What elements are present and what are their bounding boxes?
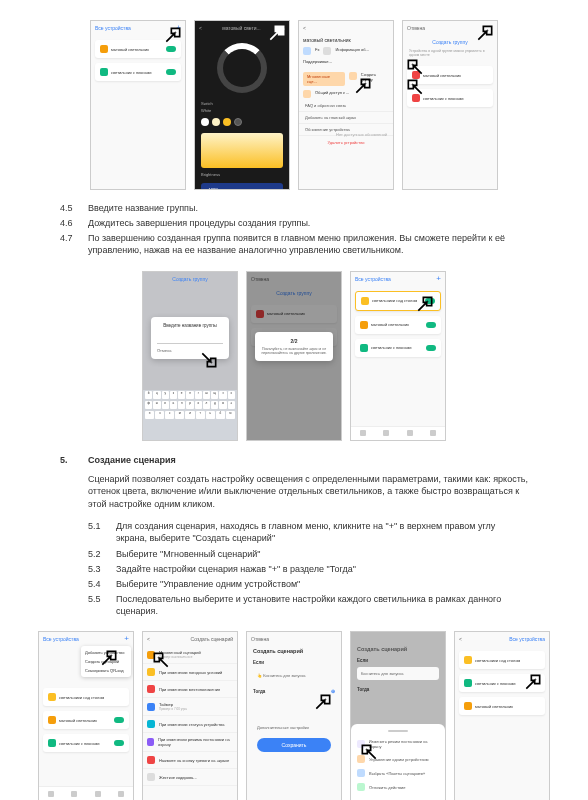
keyboard-key[interactable]: э	[228, 401, 235, 409]
menu-create-scenario[interactable]: Создать сценарий	[83, 657, 129, 666]
step-num: 5.1	[88, 520, 106, 544]
toggle-icon[interactable]	[166, 69, 176, 75]
remove-icon[interactable]	[412, 94, 420, 102]
scenario-panic[interactable]: Нажмите на кнопку тревоги на экране	[143, 752, 237, 769]
toggle-icon[interactable]	[425, 298, 435, 304]
plus-icon[interactable]: +	[124, 634, 129, 643]
color-add[interactable]	[234, 118, 242, 126]
keyboard-key[interactable]: п	[178, 401, 185, 409]
plus-icon[interactable]: +	[176, 23, 181, 32]
info-icon[interactable]	[323, 47, 331, 55]
color-dot[interactable]	[201, 118, 209, 126]
keyboard-key[interactable]: о	[195, 401, 202, 409]
keyboard-key[interactable]: ц	[153, 391, 160, 399]
keyboard-key[interactable]: я	[145, 411, 154, 419]
bottom-nav[interactable]	[351, 426, 445, 440]
toggle-icon[interactable]	[426, 322, 436, 328]
keyboard-key[interactable]: х	[228, 391, 235, 399]
keyboard-key[interactable]: ш	[203, 391, 210, 399]
faq-line[interactable]: FAQ и обратная связь	[299, 100, 393, 112]
instant-scene-tab[interactable]: Мгновенные сце...	[303, 72, 345, 86]
color-dot[interactable]	[212, 118, 220, 126]
scenario-status[interactable]: При изменении статуса устройства	[143, 716, 237, 733]
keyboard-key[interactable]: а	[170, 401, 177, 409]
keyboard-key[interactable]: ю	[226, 411, 235, 419]
keyboard[interactable]: йцукенгшщзх фывапролджэ ячсмитьбю	[143, 390, 237, 440]
keyboard-key[interactable]: л	[203, 401, 210, 409]
keyboard-key[interactable]: т	[196, 411, 205, 419]
keyboard-key[interactable]: ч	[155, 411, 164, 419]
scenario-weather[interactable]: При изменении погодных условий	[143, 664, 237, 681]
device-item[interactable]: светильник с пиксами	[407, 89, 493, 107]
group-item[interactable]: светильники над столом	[459, 651, 545, 669]
device-item[interactable]: матовый светильник	[459, 697, 545, 715]
keyboard-key[interactable]: щ	[211, 391, 218, 399]
keyboard-key[interactable]: и	[185, 411, 194, 419]
update-line[interactable]: Обновление устройства Нет доступных обно…	[299, 124, 393, 136]
scenario-alarm-mode[interactable]: При изменении режима постановки на охран…	[143, 733, 237, 752]
scenario-instant[interactable]: Мгновенный сценарийПример: выключить все	[143, 646, 237, 664]
scenario-timer[interactable]: ТаймерПример: в 7:00 утра	[143, 698, 237, 716]
keyboard-key[interactable]: с	[165, 411, 174, 419]
keyboard-key[interactable]: д	[211, 401, 218, 409]
keyboard-key[interactable]: з	[219, 391, 226, 399]
device-item[interactable]: матовый светильник	[407, 66, 493, 84]
keyboard-key[interactable]: б	[216, 411, 225, 419]
cancel-button[interactable]: Отмена	[251, 636, 269, 642]
keyboard-key[interactable]: ь	[206, 411, 215, 419]
keyboard-key[interactable]: ф	[145, 401, 152, 409]
scenario-hardcode[interactable]: Жесткое кодирова...	[143, 769, 237, 786]
share-icon[interactable]	[303, 90, 311, 98]
toggle-icon[interactable]	[114, 740, 124, 746]
if-condition[interactable]: 👆 Коснитесь для запуска	[253, 669, 335, 682]
then-action-empty[interactable]	[253, 698, 335, 718]
keyboard-key[interactable]: ы	[153, 401, 160, 409]
menu-add-device[interactable]: Добавить устройство	[83, 648, 129, 657]
dialog-cancel[interactable]: Отмена	[157, 348, 223, 353]
then-scenario-pack[interactable]: Выбрать «Пакеты сценариев»	[355, 766, 441, 780]
remove-icon[interactable]	[412, 71, 420, 79]
keyboard-key[interactable]: у	[162, 391, 169, 399]
brightness-slider[interactable]: ● 100%	[201, 183, 283, 190]
toggle-icon[interactable]	[426, 345, 436, 351]
then-single-device[interactable]: Управление одним устройством	[355, 752, 441, 766]
device-item[interactable]: светильник с пиксами	[459, 674, 545, 692]
cancel-button[interactable]: Отмена	[407, 25, 425, 31]
brightness-dial[interactable]	[217, 43, 267, 93]
device-item[interactable]: светильник с пиксами	[95, 63, 181, 81]
then-alarm-mode[interactable]: Изменить режим постановки на охрану	[355, 736, 441, 752]
bottom-nav[interactable]	[39, 786, 133, 800]
keyboard-key[interactable]: е	[178, 391, 185, 399]
toggle-icon[interactable]	[166, 46, 176, 52]
color-dot[interactable]	[223, 118, 231, 126]
keyboard-key[interactable]: к	[170, 391, 177, 399]
name-input[interactable]	[157, 334, 223, 344]
device-item[interactable]: матовый светильник	[95, 40, 181, 58]
group-item[interactable]: светильники над столом	[355, 291, 441, 311]
group-icon[interactable]	[349, 72, 357, 80]
keyboard-key[interactable]: г	[195, 391, 202, 399]
support-label[interactable]: Поддерживае...	[303, 59, 332, 64]
keyboard-key[interactable]: в	[162, 401, 169, 409]
pack-icon	[357, 769, 365, 777]
then-delay[interactable]: Отложить действие	[355, 780, 441, 794]
scenario-location[interactable]: При изменении местоположения	[143, 681, 237, 698]
add-home-line[interactable]: Добавить на главный экран	[299, 112, 393, 124]
save-button[interactable]: Сохранить	[257, 738, 331, 752]
fx-icon[interactable]	[303, 47, 311, 55]
keyboard-key[interactable]: р	[186, 401, 193, 409]
keyboard-key[interactable]: ж	[219, 401, 226, 409]
menu-scan-qr[interactable]: Сканировать QR-код	[83, 666, 129, 675]
step-text: Выберите "Управление одним устройством"	[116, 578, 300, 590]
color-gradient[interactable]	[201, 133, 283, 168]
keyboard-key[interactable]: н	[186, 391, 193, 399]
keyboard-key[interactable]: м	[175, 411, 184, 419]
delete-device-button[interactable]: Удалить устройство	[299, 136, 393, 149]
color-picker[interactable]	[195, 115, 289, 129]
share-label[interactable]: Общий доступ к ...	[315, 90, 349, 98]
toggle-icon[interactable]	[114, 717, 124, 723]
extra-settings[interactable]: Дополнительные настройки	[253, 721, 335, 734]
keyboard-key[interactable]: й	[145, 391, 152, 399]
create-group-label[interactable]: Создать группу	[361, 72, 389, 86]
plus-icon[interactable]: +	[436, 274, 441, 283]
